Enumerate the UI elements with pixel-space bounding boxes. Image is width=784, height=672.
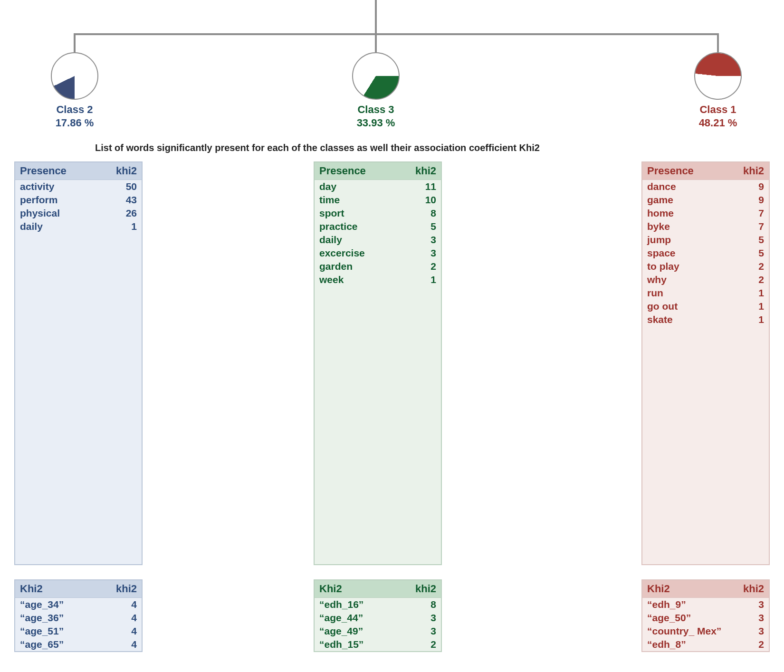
table-row: byke7 (642, 220, 769, 233)
khi2-cell: 7 (724, 207, 769, 220)
word-cell: skate (642, 313, 724, 326)
word-cell: “age_50” (642, 611, 735, 625)
khi2-cell: 5 (396, 220, 441, 233)
connector-root-stem (375, 0, 377, 33)
khi2-cell: 1 (724, 300, 769, 313)
presence-panel-class3: Presence khi2 day11time10sport8practice5… (314, 161, 442, 565)
word-cell: day (315, 180, 396, 194)
table-row: home7 (642, 207, 769, 220)
khi2-cell: 3 (735, 625, 769, 638)
khi2-cell: 1 (724, 286, 769, 300)
khi2-col-header: khi2 (396, 162, 441, 180)
pie-chart-class2 (51, 52, 98, 100)
khi2-cell: 2 (724, 260, 769, 273)
word-cell: “age_36” (15, 611, 96, 625)
word-cell: “country_ Mex” (642, 625, 735, 638)
word-cell: dance (642, 180, 724, 194)
diagram-canvas: Class 2 17.86 % Class 3 33.93 % Class 1 … (0, 0, 784, 672)
table-row: “age_44”3 (315, 611, 441, 625)
table-row: day11 (315, 180, 441, 194)
table-row: week1 (315, 273, 441, 286)
khi2-cell: 8 (396, 207, 441, 220)
table-row: “age_49”3 (315, 625, 441, 638)
word-cell: physical (15, 207, 97, 220)
presence-col-header: Presence (15, 162, 97, 180)
word-cell: run (642, 286, 724, 300)
khi2-cell: 26 (97, 207, 142, 220)
pie-label-class1: Class 1 (694, 104, 742, 116)
pie-label-class2: Class 2 (51, 104, 98, 116)
khi2-cell: 9 (724, 193, 769, 207)
pie-chart-class1 (692, 50, 744, 102)
table-row: go out1 (642, 300, 769, 313)
word-cell: excercise (315, 246, 396, 260)
table-row: skate1 (642, 313, 769, 326)
word-cell: activity (15, 180, 97, 194)
khi2vars-col-header: Khi2 (315, 580, 395, 598)
word-cell: sport (315, 207, 396, 220)
khi2-cell: 3 (396, 233, 441, 246)
word-cell: home (642, 207, 724, 220)
word-cell: “edh_16” (315, 598, 395, 612)
table-row: excercise3 (315, 246, 441, 260)
table-row: “age_50”3 (642, 611, 769, 625)
word-cell: daily (15, 220, 97, 233)
khi2-col-header: khi2 (395, 580, 441, 598)
khi2-cell: 5 (724, 233, 769, 246)
word-cell: byke (642, 220, 724, 233)
khi2-col-header: khi2 (735, 580, 769, 598)
word-cell: “age_34” (15, 598, 96, 612)
word-cell: game (642, 193, 724, 207)
khi2-cell: 4 (96, 625, 142, 638)
khi2-cell: 1 (396, 273, 441, 286)
khi2-cell: 4 (96, 611, 142, 625)
khi2vars-panel-class2: Khi2 khi2 “age_34”4“age_36”4“age_51”4“ag… (14, 579, 143, 652)
table-row: to play2 (642, 260, 769, 273)
khi2-cell: 11 (396, 180, 441, 194)
khi2vars-col-header: Khi2 (15, 580, 96, 598)
khi2-cell: 3 (735, 611, 769, 625)
khi2-cell: 3 (395, 611, 441, 625)
connector-horizontal (74, 33, 719, 35)
khi2-cell: 9 (724, 180, 769, 194)
connector-drop-right (717, 33, 719, 52)
khi2-cell: 2 (735, 638, 769, 651)
khi2-cell: 2 (395, 638, 441, 651)
presence-panel-class1: Presence khi2 dance9game9home7byke7jump5… (641, 161, 770, 565)
word-cell: perform (15, 193, 97, 207)
word-cell: garden (315, 260, 396, 273)
table-row: sport8 (315, 207, 441, 220)
table-row: “age_65”4 (15, 638, 142, 651)
table-row: garden2 (315, 260, 441, 273)
khi2-cell: 43 (97, 193, 142, 207)
khi2-cell: 3 (395, 625, 441, 638)
word-cell: go out (642, 300, 724, 313)
khi2vars-panel-class1: Khi2 khi2 “edh_9”3“age_50”3“country_ Mex… (641, 579, 770, 652)
presence-col-header: Presence (315, 162, 396, 180)
presence-col-header: Presence (642, 162, 724, 180)
table-row: activity50 (15, 180, 142, 194)
table-row: run1 (642, 286, 769, 300)
table-row: “edh_9”3 (642, 598, 769, 612)
khi2-cell: 4 (96, 598, 142, 612)
table-row: daily3 (315, 233, 441, 246)
table-row: practice5 (315, 220, 441, 233)
khi2vars-col-header: Khi2 (642, 580, 735, 598)
khi2-cell: 50 (97, 180, 142, 194)
khi2-cell: 4 (96, 638, 142, 651)
pie-class2: Class 2 17.86 % (51, 52, 98, 129)
pie-class3: Class 3 33.93 % (352, 52, 400, 129)
word-cell: space (642, 246, 724, 260)
pie-class1: Class 1 48.21 % (694, 52, 742, 129)
khi2-col-header: khi2 (97, 162, 142, 180)
khi2-cell: 3 (396, 246, 441, 260)
khi2-cell: 10 (396, 193, 441, 207)
table-row: physical26 (15, 207, 142, 220)
table-row: space5 (642, 246, 769, 260)
table-row: daily1 (15, 220, 142, 233)
word-cell: practice (315, 220, 396, 233)
word-cell: week (315, 273, 396, 286)
khi2-cell: 2 (396, 260, 441, 273)
table-row: “age_51”4 (15, 625, 142, 638)
table-row: dance9 (642, 180, 769, 194)
